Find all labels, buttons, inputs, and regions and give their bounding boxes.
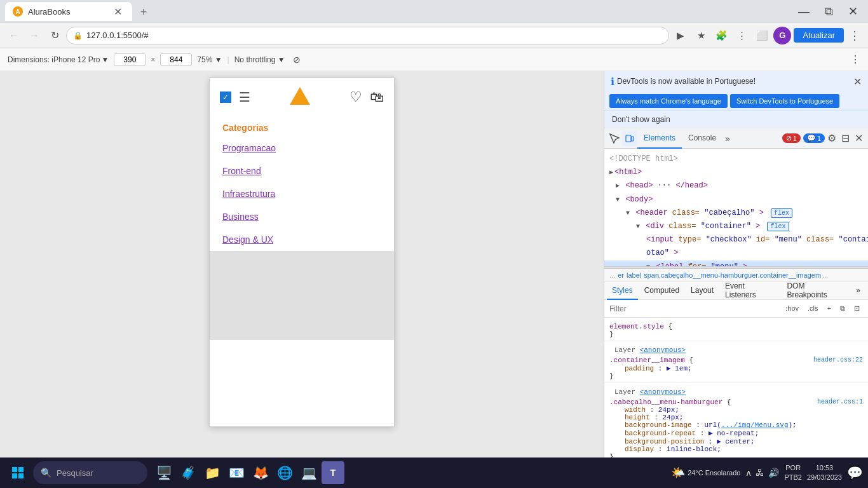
language-indicator[interactable]: POR PTB2 [784, 463, 802, 483]
more-options-button[interactable]: ⋮ [846, 27, 863, 44]
svg-rect-0 [626, 135, 631, 142]
filter-add[interactable]: + [824, 302, 834, 315]
breadcrumb-label[interactable]: label [627, 271, 641, 279]
styles-tabs-bar: Styles Computed Layout Event Listeners D… [604, 282, 868, 300]
css-source-header1[interactable]: header.css:1 [817, 398, 863, 405]
throttle-selector[interactable]: No throttling ▼ [234, 55, 285, 64]
layer-anonymous-link-1[interactable]: <anonymous> [640, 346, 686, 354]
filter-hov[interactable]: :hov [782, 302, 802, 315]
nav-item-frontend[interactable]: Front-end [210, 159, 394, 182]
volume-icon[interactable]: 🔊 [768, 468, 779, 478]
html-line-div-container[interactable]: ▼ <div class= "container" > flex [604, 220, 868, 233]
active-tab[interactable]: A AluraBooks ✕ [5, 2, 132, 21]
favorites-icon[interactable]: ♡ [349, 89, 362, 105]
forward-button[interactable]: → [25, 27, 43, 44]
html-line-html[interactable]: ▶<html> [604, 166, 868, 179]
tab-console[interactable]: Console [682, 128, 722, 149]
notification-close-button[interactable]: ✕ [853, 76, 862, 88]
html-line-label[interactable]: ▼ <label for= "menu" > [604, 261, 868, 267]
nav-item-design-ux[interactable]: Design & UX [210, 228, 394, 251]
update-button[interactable]: Atualizar [794, 28, 844, 43]
nav-item-infraestrutura[interactable]: Infraestrutura [210, 182, 394, 205]
dont-show-again-button[interactable]: Don't show again [604, 111, 868, 128]
menu-checkbox[interactable]: ✓ [220, 92, 231, 103]
taskbar-app-explorer[interactable]: 🖥️ [153, 461, 175, 484]
html-line-doctype[interactable]: <!DOCTYPE html> [604, 152, 868, 166]
address-bar[interactable]: 🔒 127.0.0.1:5500/# [66, 27, 669, 44]
inspect-element-button[interactable] [607, 131, 622, 146]
back-button[interactable]: ← [5, 27, 23, 44]
svg-rect-5 [18, 473, 24, 478]
cart-icon[interactable]: 🛍 [370, 89, 384, 105]
taskbar-app-mail[interactable]: 📧 [225, 461, 248, 484]
tab-layout[interactable]: Layout [686, 282, 719, 300]
navigation-bar: ← → ↻ 🔒 127.0.0.1:5500/# ▶ ★ 🧩 ⋮ ⬜ G Atu… [0, 23, 868, 48]
devtools-close-button[interactable]: ✕ [852, 130, 865, 147]
page-content-area [210, 251, 394, 340]
tab-close-button[interactable]: ✕ [111, 4, 125, 19]
restore-button[interactable]: ⧉ [820, 3, 838, 21]
split-screen-button[interactable]: ⬜ [753, 27, 771, 44]
system-tray: ∧ 🖧 🔊 [745, 468, 779, 478]
more-tabs-button[interactable]: » [722, 131, 733, 146]
taskbar-app-files1[interactable]: 🧳 [177, 461, 200, 484]
breadcrumb-er[interactable]: er [618, 271, 624, 279]
no-throttle-icon[interactable]: ⊘ [290, 53, 303, 66]
taskbar-search[interactable]: 🔍 Pesquisar [33, 461, 147, 484]
close-panel-button[interactable]: ⊟ [839, 130, 852, 147]
device-mode-button[interactable] [622, 131, 637, 146]
clock[interactable]: 10:53 29/03/2023 [807, 463, 842, 483]
css-background-image-link[interactable]: .../img/Menu.svg [721, 421, 789, 429]
layer-anonymous-link-2[interactable]: <anonymous> [640, 388, 686, 396]
weather-widget[interactable]: 🌤️ 24°C Ensolarado [671, 466, 740, 480]
taskbar-app-teams[interactable]: T [322, 461, 344, 484]
notification-button[interactable]: 💬 [847, 465, 863, 480]
html-line-body[interactable]: ▼ <body> [604, 193, 868, 207]
taskbar-app-edge[interactable]: 🌐 [273, 461, 296, 484]
hamburger-icon[interactable]: ☰ [239, 90, 250, 105]
network-icon[interactable]: 🖧 [756, 468, 764, 478]
tab-dom-breakpoints[interactable]: DOM Breakpoints [782, 282, 850, 300]
tray-arrow-icon[interactable]: ∧ [745, 468, 752, 478]
html-line-input[interactable]: <input type= "checkbox" id= "menu" class… [604, 233, 868, 247]
close-button[interactable]: ✕ [843, 2, 863, 21]
profile-menu-button[interactable]: ⋮ [733, 27, 750, 44]
html-line-header[interactable]: ▼ <header class= "cabeçalho" > flex [604, 207, 868, 220]
zoom-selector[interactable]: 75% ▼ [197, 55, 222, 64]
tab-event-listeners[interactable]: Event Listeners [720, 282, 780, 300]
tab-elements[interactable]: Elements [637, 128, 682, 149]
bookmark-button[interactable]: ★ [692, 27, 710, 44]
start-button[interactable] [5, 460, 31, 485]
device-selector[interactable]: Dimensions: iPhone 12 Pro ▼ [8, 55, 109, 64]
tab-styles[interactable]: Styles [607, 282, 638, 300]
taskbar-app-vscode[interactable]: 💻 [297, 461, 320, 484]
extensions-button[interactable]: 🧩 [712, 27, 730, 44]
minimize-button[interactable]: — [793, 3, 815, 21]
device-name: Dimensions: iPhone 12 Pro [8, 55, 100, 64]
css-source-header22[interactable]: header.css:22 [813, 356, 863, 363]
refresh-button[interactable]: ↻ [46, 27, 64, 44]
width-input[interactable] [114, 53, 146, 66]
profile-avatar[interactable]: G [773, 27, 791, 44]
html-line-input-cont[interactable]: otao" > [604, 247, 868, 260]
nav-item-programacao[interactable]: Programacao [210, 137, 394, 159]
match-language-button[interactable]: Always match Chrome's language [609, 94, 728, 108]
cast-button[interactable]: ▶ [672, 27, 689, 44]
taskbar-app-files2[interactable]: 📁 [201, 461, 224, 484]
styles-filter-input[interactable] [609, 304, 780, 313]
filter-cls[interactable]: .cls [804, 302, 822, 315]
switch-language-button[interactable]: Switch DevTools to Portuguese [730, 94, 839, 108]
filter-copy[interactable]: ⧉ [837, 302, 848, 315]
html-line-head[interactable]: ▶ <head> ··· </head> [604, 179, 868, 193]
filter-layout[interactable]: ⊡ [851, 302, 863, 315]
tab-more-styles[interactable]: » [851, 282, 865, 300]
device-toolbar-more[interactable]: ⋮ [850, 53, 860, 65]
nav-item-business[interactable]: Business [210, 205, 394, 228]
taskbar-app-firefox[interactable]: 🦊 [249, 461, 272, 484]
breadcrumb-span[interactable]: span.cabeçalho__menu-hamburguer.containe… [644, 271, 821, 279]
tab-computed[interactable]: Computed [639, 282, 684, 300]
svg-rect-2 [12, 467, 17, 472]
height-input[interactable] [160, 53, 192, 66]
new-tab-button[interactable]: + [135, 3, 153, 21]
devtools-settings-button[interactable]: ⚙ [825, 130, 839, 147]
